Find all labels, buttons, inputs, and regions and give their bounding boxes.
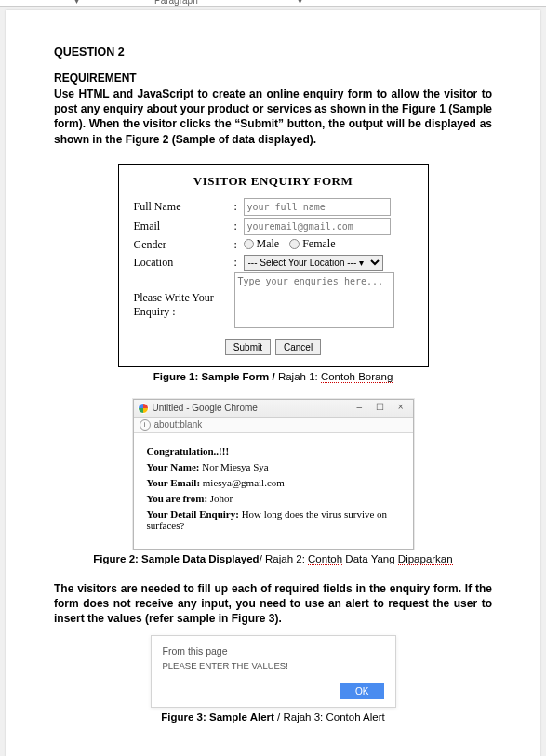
row-email: Email : [134, 218, 413, 235]
window-title: Untitled - Google Chrome [153, 403, 258, 413]
alert-message: PLEASE ENTER THE VALUES! [163, 660, 384, 670]
radio-icon [289, 239, 300, 249]
figure3-alert: From this page PLEASE ENTER THE VALUES! … [151, 635, 396, 708]
caption-figure3: Figure 3: Sample Alert / Rajah 3: Contoh… [54, 711, 492, 723]
input-email[interactable] [244, 218, 391, 235]
submit-button[interactable]: Submit [225, 339, 271, 355]
paragraph-2: The visitors are needed to fill up each … [54, 581, 492, 627]
congrat-text: Congratulation..!!! [147, 445, 230, 457]
textarea-enquiry[interactable] [234, 272, 394, 328]
alert-origin: From this page [163, 645, 384, 657]
radio-female[interactable]: Female [289, 237, 335, 251]
address-text: about:blank [154, 419, 203, 430]
info-icon: i [140, 419, 151, 431]
radio-icon [244, 239, 254, 249]
requirement-body: Use HTML and JavaScript to create an onl… [54, 86, 492, 147]
form-buttons: Submit Cancel [134, 339, 413, 355]
editor-toolbar: ▾ Paragraph ▾ [0, 0, 546, 7]
toolbar-style-label[interactable]: Paragraph [154, 0, 198, 6]
select-location[interactable]: --- Select Your Location --- ▾ [244, 255, 383, 271]
window-controls[interactable]: – ☐ × [357, 402, 409, 412]
window-titlebar: Untitled - Google Chrome – ☐ × [134, 400, 413, 418]
input-fullname[interactable] [244, 198, 391, 216]
address-bar[interactable]: i about:blank [134, 418, 413, 433]
label-enquiry: Please Write Your Enquiry : [134, 291, 234, 319]
row-location: Location : --- Select Your Location --- … [134, 255, 413, 271]
label-gender: Gender [134, 238, 234, 252]
caption-figure2: Figure 2: Sample Data Displayed/ Rajah 2… [54, 553, 492, 564]
row-enquiry: Please Write Your Enquiry : [134, 272, 413, 332]
cancel-button[interactable]: Cancel [275, 339, 321, 355]
form-title: VISITOR ENQUIRY FORM [134, 174, 413, 189]
toolbar-dropdown-icon[interactable]: ▾ [298, 0, 302, 6]
chrome-icon [138, 403, 149, 414]
caption-figure1: Figure 1: Sample Form / Rajah 1: Contoh … [54, 371, 492, 382]
document-page: QUESTION 2 REQUIREMENT Use HTML and Java… [6, 10, 540, 756]
label-fullname: Full Name [134, 200, 234, 214]
row-gender: Gender : Male Female [134, 237, 413, 253]
requirement-heading: REQUIREMENT [54, 72, 492, 85]
figure2-window: Untitled - Google Chrome – ☐ × i about:b… [133, 399, 414, 550]
toolbar-dropdown-icon[interactable]: ▾ [74, 0, 79, 6]
row-fullname: Full Name : [134, 198, 413, 216]
figure1-form: VISITOR ENQUIRY FORM Full Name : Email :… [118, 164, 429, 367]
alert-ok-button[interactable]: OK [340, 683, 383, 699]
label-email: Email [134, 219, 234, 233]
window-body: Congratulation..!!! Your Name: Nor Miesy… [134, 433, 413, 549]
question-title: QUESTION 2 [54, 46, 492, 59]
label-location: Location [134, 256, 234, 270]
radio-male[interactable]: Male [244, 237, 280, 251]
